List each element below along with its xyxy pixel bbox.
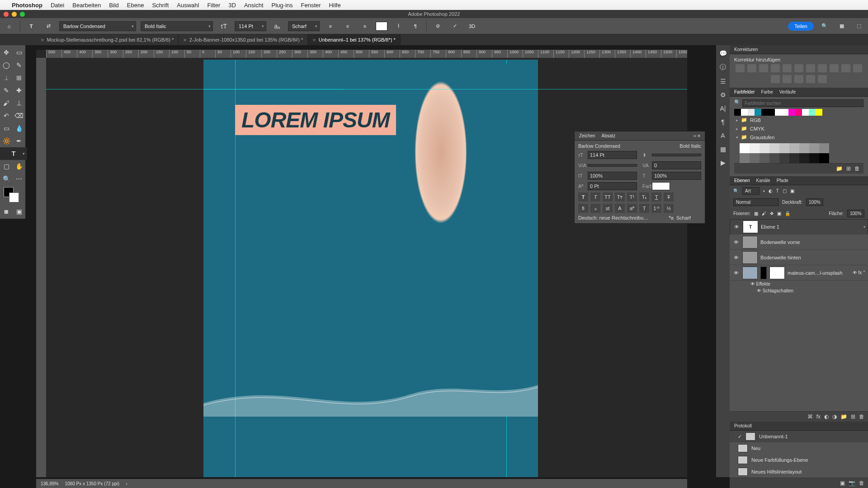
- layer-thumb[interactable]: [742, 267, 758, 279]
- hue-icon[interactable]: [794, 64, 803, 72]
- gradientmap-icon[interactable]: [806, 75, 815, 83]
- snapshot-icon[interactable]: 📷: [849, 480, 855, 486]
- subscript-btn[interactable]: T₁: [639, 192, 649, 202]
- char-baseline[interactable]: 0 Pt: [588, 182, 637, 190]
- group-icon[interactable]: 📁: [840, 413, 847, 420]
- photofilter-icon[interactable]: [830, 64, 839, 72]
- char-size[interactable]: 114 Pt: [588, 151, 637, 159]
- swatch[interactable]: [741, 109, 748, 116]
- visibility-icon[interactable]: 👁: [732, 255, 740, 260]
- char-style[interactable]: Bold Italic: [679, 143, 701, 149]
- quick-select-tool[interactable]: ✎: [13, 59, 25, 71]
- link-layers-icon[interactable]: ⌘: [807, 413, 813, 420]
- visibility-icon[interactable]: 👁: [732, 239, 740, 245]
- gray-swatch[interactable]: [740, 143, 750, 153]
- text-orientation-icon[interactable]: ⇄: [42, 20, 55, 33]
- eraser-tool[interactable]: ⌫: [13, 109, 25, 122]
- actions-icon[interactable]: ▶: [721, 159, 726, 166]
- gray-swatch[interactable]: [750, 143, 760, 153]
- arrange-icon[interactable]: ⬚: [853, 20, 865, 33]
- text-color-swatch[interactable]: [376, 22, 387, 31]
- menu-auswahl[interactable]: Auswahl: [177, 2, 199, 9]
- char-font[interactable]: Barlow Condensed: [578, 143, 677, 149]
- color-picker[interactable]: [0, 185, 25, 205]
- minimize-icon[interactable]: [12, 12, 17, 17]
- threshold-icon[interactable]: [794, 75, 803, 83]
- tab-zeichen[interactable]: Zeichen: [579, 133, 595, 138]
- swatch[interactable]: [802, 109, 809, 116]
- glyphs-icon[interactable]: A: [721, 132, 725, 139]
- doc-dimensions[interactable]: 1080 Px x 1350 Px (72 ppi): [65, 481, 119, 486]
- brightness-icon[interactable]: [736, 64, 745, 72]
- gray-swatch[interactable]: [789, 153, 799, 163]
- layer-thumb[interactable]: [742, 236, 758, 249]
- history-step[interactable]: Neu: [730, 442, 868, 454]
- exposure-icon[interactable]: [771, 64, 780, 72]
- levels-icon[interactable]: [747, 64, 756, 72]
- gray-swatch[interactable]: [799, 143, 809, 153]
- filter-adjust-icon[interactable]: ◐: [769, 188, 773, 193]
- gray-swatch[interactable]: [740, 153, 750, 163]
- menu-plugins[interactable]: Plug-ins: [272, 2, 293, 9]
- char-vscale[interactable]: 100%: [588, 172, 637, 180]
- smallcaps-btn[interactable]: Tᴛ: [615, 192, 625, 202]
- gray-swatch[interactable]: [769, 153, 779, 163]
- stamp-tool[interactable]: ⊥: [13, 97, 25, 109]
- swatch[interactable]: [755, 109, 761, 116]
- layer-name[interactable]: Ebene 1: [761, 224, 779, 230]
- comments-icon[interactable]: 💬: [719, 50, 727, 57]
- collapse-icon[interactable]: ›› ≡: [693, 133, 700, 138]
- link-icon[interactable]: [760, 267, 767, 279]
- aa-select[interactable]: Scharf: [288, 21, 320, 31]
- layer-row[interactable]: 👁 T Ebene 1: [730, 219, 868, 235]
- char-kerning[interactable]: [588, 164, 637, 167]
- background-color[interactable]: [9, 192, 19, 202]
- bw-icon[interactable]: [818, 64, 827, 72]
- italic-btn[interactable]: T: [590, 192, 600, 202]
- channelmixer-icon[interactable]: [841, 64, 850, 72]
- blur-tool[interactable]: 💧: [13, 122, 25, 135]
- fx-add-icon[interactable]: fx: [816, 413, 821, 420]
- gray-swatch[interactable]: [779, 143, 789, 153]
- lasso-tool[interactable]: ◯: [0, 59, 13, 71]
- layer-name[interactable]: mateus-cam…l-unsplash: [788, 270, 843, 276]
- colorbalance-icon[interactable]: [806, 64, 815, 72]
- font-style-select[interactable]: Bold Italic: [141, 21, 213, 31]
- share-button[interactable]: Teilen: [788, 22, 814, 31]
- layer-thumb[interactable]: T: [743, 221, 758, 233]
- history-brush-tool[interactable]: ↶: [0, 109, 13, 122]
- healing-tool[interactable]: ✚: [13, 84, 25, 97]
- char-hscale[interactable]: 100%: [652, 172, 701, 180]
- filter-type-icon[interactable]: T: [776, 188, 779, 193]
- align-center-icon[interactable]: ≡: [341, 20, 354, 33]
- layer-row[interactable]: 👁 Bodenwelle hinten: [730, 250, 868, 265]
- type-tool[interactable]: T: [0, 147, 27, 160]
- ordinals-btn[interactable]: aª: [627, 204, 637, 213]
- crop-tool[interactable]: ⟂: [0, 71, 13, 84]
- char-aa[interactable]: Scharf: [676, 215, 701, 221]
- char-tracking[interactable]: 0: [652, 161, 701, 169]
- fill-value[interactable]: 100%: [847, 210, 864, 217]
- tab-farbe[interactable]: Farbe: [761, 89, 773, 94]
- gray-swatch[interactable]: [819, 153, 829, 163]
- adjustment-layer-icon[interactable]: ◑: [832, 413, 837, 420]
- character-icon[interactable]: A|: [720, 105, 726, 112]
- paragraph-icon[interactable]: ¶: [721, 118, 725, 126]
- underline-btn[interactable]: T: [651, 192, 661, 202]
- history-brush-source-icon[interactable]: ✓: [738, 434, 742, 440]
- gray-swatch[interactable]: [760, 143, 769, 153]
- gray-swatch[interactable]: [809, 153, 819, 163]
- folder-rgb[interactable]: 📁 RGB: [734, 116, 863, 124]
- eyedropper-tool[interactable]: ✎: [0, 84, 13, 97]
- artboard-tool[interactable]: ▭: [13, 46, 25, 59]
- new-layer-icon[interactable]: ⊞: [851, 413, 855, 420]
- gray-swatch[interactable]: [769, 143, 779, 153]
- artboard[interactable]: LOREM IPSUM: [203, 60, 538, 477]
- swatch-folder-icon[interactable]: 📁: [836, 165, 843, 172]
- invert-icon[interactable]: [771, 75, 780, 83]
- gray-swatch[interactable]: [819, 143, 829, 153]
- lock-artboard-icon[interactable]: ▣: [777, 211, 781, 216]
- lock-all-icon[interactable]: 🔒: [785, 211, 790, 216]
- swatch[interactable]: [748, 109, 755, 116]
- history-header[interactable]: Protokoll: [730, 422, 868, 431]
